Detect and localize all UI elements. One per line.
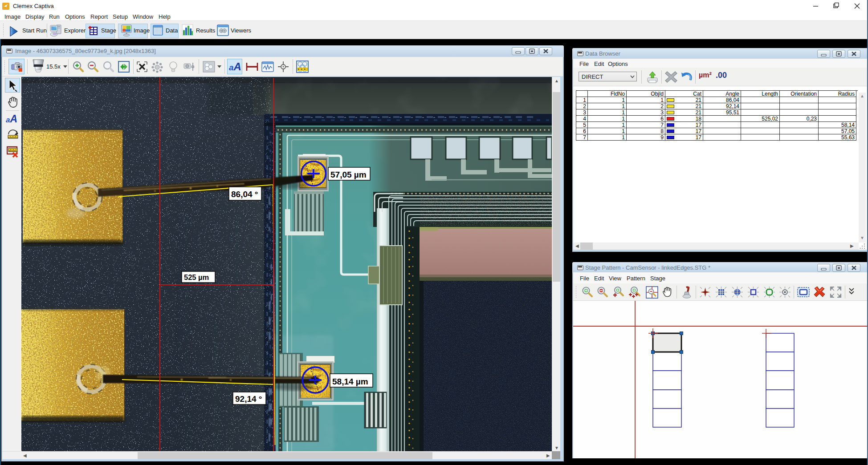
- svg-text:58,14 µm: 58,14 µm: [332, 377, 368, 386]
- svg-text:92,14 °: 92,14 °: [235, 394, 262, 404]
- svg-text:525 µm: 525 µm: [184, 273, 209, 281]
- svg-text:57,05 µm: 57,05 µm: [330, 170, 367, 179]
- svg-text:86,04 °: 86,04 °: [231, 190, 258, 199]
